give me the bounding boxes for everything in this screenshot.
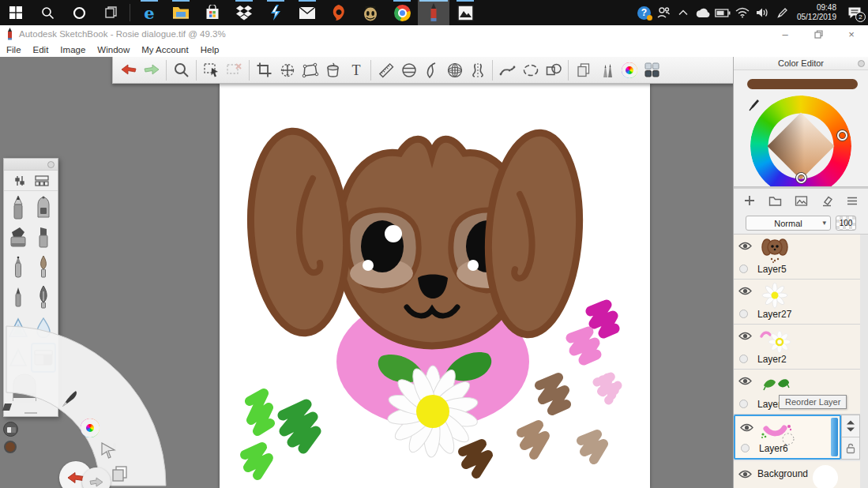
visibility-eye-icon[interactable] bbox=[738, 284, 752, 298]
layer-row-layer5[interactable]: Layer5 bbox=[734, 235, 860, 280]
lagoon-brush-icon[interactable] bbox=[60, 389, 81, 412]
taskbar-app-mail[interactable] bbox=[291, 0, 323, 25]
menu-image[interactable]: Image bbox=[60, 45, 85, 54]
lagoon-layers-icon[interactable] bbox=[111, 464, 130, 486]
tray-pen[interactable] bbox=[772, 0, 792, 25]
add-layer-icon[interactable] bbox=[743, 194, 756, 207]
taskbar-app-flash[interactable] bbox=[260, 0, 291, 25]
layer-row-layer2[interactable]: Layer2 bbox=[734, 325, 860, 370]
taskbar-app-file-explorer[interactable] bbox=[165, 0, 197, 25]
lagoon-color-icon[interactable] bbox=[81, 419, 100, 437]
lagoon-corner-icon[interactable] bbox=[2, 401, 13, 415]
tray-battery[interactable] bbox=[713, 0, 733, 25]
tray-chevron[interactable] bbox=[674, 0, 693, 25]
lagoon-redo-button[interactable] bbox=[82, 467, 111, 488]
undo-button[interactable] bbox=[117, 59, 140, 81]
import-image-icon[interactable] bbox=[795, 195, 808, 207]
hue-selector[interactable] bbox=[837, 130, 847, 141]
eraser-puck[interactable] bbox=[3, 422, 18, 437]
brush-library-button[interactable] bbox=[595, 59, 618, 81]
layer-select-radio[interactable] bbox=[741, 444, 750, 452]
visibility-eye-icon[interactable] bbox=[738, 329, 752, 343]
taskbar-app-origin[interactable] bbox=[323, 0, 355, 25]
visibility-eye-icon[interactable] bbox=[738, 467, 752, 482]
lock-layer-button[interactable] bbox=[842, 437, 859, 459]
task-view-button[interactable] bbox=[95, 0, 126, 25]
minimize-button[interactable]: – bbox=[768, 25, 802, 43]
taskbar-app-store[interactable] bbox=[197, 0, 228, 25]
taskbar-app-chrome[interactable] bbox=[386, 0, 418, 25]
close-button[interactable]: × bbox=[835, 25, 868, 43]
layer-name[interactable]: Layer2 bbox=[757, 354, 787, 365]
color-editor-collapse-icon[interactable] bbox=[858, 60, 865, 67]
taskbar-app-dropbox[interactable] bbox=[228, 0, 260, 25]
saturation-selector[interactable] bbox=[796, 173, 806, 183]
layer-select-radio[interactable] bbox=[739, 355, 748, 363]
french-curve-button[interactable] bbox=[420, 59, 443, 81]
deselect-tool-button[interactable] bbox=[223, 59, 246, 81]
brush-smudge[interactable] bbox=[6, 343, 31, 373]
background-color-circle[interactable] bbox=[813, 465, 838, 488]
current-color-swatch[interactable] bbox=[747, 79, 858, 89]
layer-editor-button[interactable] bbox=[641, 59, 663, 81]
layer-name[interactable]: Layer6 bbox=[759, 443, 788, 454]
layer-row-layer27[interactable]: Layer27 bbox=[734, 280, 860, 325]
taskbar-app-edge[interactable]: e bbox=[133, 0, 165, 25]
tray-volume[interactable] bbox=[753, 0, 772, 25]
reorder-layer-button[interactable] bbox=[842, 415, 859, 437]
restore-button[interactable] bbox=[802, 25, 835, 43]
color-wheel-button[interactable] bbox=[618, 59, 641, 81]
visibility-eye-icon[interactable] bbox=[738, 239, 752, 253]
menu-edit[interactable]: Edit bbox=[33, 45, 49, 54]
distort-tool-button[interactable] bbox=[299, 59, 321, 81]
crop-tool-button[interactable] bbox=[253, 59, 276, 81]
taskbar-app-photos[interactable] bbox=[449, 0, 481, 25]
layer-opacity-field[interactable]: 100 bbox=[836, 216, 856, 231]
lagoon-cursor-icon[interactable] bbox=[100, 441, 117, 462]
ellipse-guide-button[interactable] bbox=[397, 59, 420, 81]
blend-mode-dropdown[interactable]: Normal▾ bbox=[746, 216, 831, 231]
predictive-stroke-button[interactable] bbox=[496, 59, 519, 81]
brush-inkpen[interactable] bbox=[31, 283, 56, 313]
brush-fineliner[interactable] bbox=[6, 283, 31, 313]
layer-row-layer6-selected[interactable]: Layer6 bbox=[734, 415, 860, 461]
color-editor-header[interactable]: Color Editor bbox=[734, 57, 868, 70]
current-color-puck[interactable] bbox=[4, 441, 17, 453]
zoom-tool-button[interactable] bbox=[170, 59, 193, 81]
taskbar-search-button[interactable] bbox=[32, 0, 63, 25]
menu-window[interactable]: Window bbox=[97, 45, 130, 54]
layer-name[interactable]: Background bbox=[757, 468, 808, 479]
layer-row-background[interactable]: Background bbox=[734, 461, 860, 488]
menu-my-account[interactable]: My Account bbox=[141, 45, 188, 54]
menu-file[interactable]: File bbox=[6, 45, 21, 54]
brush-palette-header[interactable] bbox=[4, 159, 58, 171]
color-picker-pen-icon[interactable] bbox=[748, 98, 761, 112]
brush-ballpoint[interactable] bbox=[6, 253, 31, 283]
ellipse-shape-button[interactable] bbox=[519, 59, 542, 81]
redo-button[interactable] bbox=[140, 59, 163, 81]
brush-paintbrush[interactable] bbox=[31, 253, 56, 283]
layers-menu-icon[interactable] bbox=[846, 196, 859, 206]
canvas[interactable] bbox=[220, 84, 650, 488]
copy-paste-button[interactable] bbox=[572, 59, 595, 81]
action-center-button[interactable]: 2 bbox=[841, 0, 868, 25]
tray-help[interactable]: ? bbox=[634, 0, 654, 25]
fill-tool-button[interactable] bbox=[321, 59, 344, 81]
palette-menu-icon[interactable] bbox=[47, 161, 54, 168]
brush-chisel-marker[interactable] bbox=[31, 223, 56, 253]
brush-soft-airbrush[interactable] bbox=[6, 313, 31, 343]
shapes-button[interactable] bbox=[542, 59, 565, 81]
tray-clock[interactable]: 09:48 05/12/2019 bbox=[792, 3, 841, 22]
text-tool-button[interactable]: T bbox=[344, 59, 367, 81]
layer-select-radio[interactable] bbox=[739, 310, 748, 318]
select-tool-button[interactable] bbox=[200, 59, 223, 81]
nudge-tool-button[interactable] bbox=[276, 59, 299, 81]
brush-settings-icon[interactable] bbox=[13, 175, 26, 187]
tray-onedrive[interactable] bbox=[693, 0, 713, 25]
tray-people[interactable] bbox=[654, 0, 674, 25]
tray-wifi[interactable] bbox=[733, 0, 753, 25]
brush-marker[interactable] bbox=[6, 223, 31, 253]
menu-help[interactable]: Help bbox=[201, 45, 220, 54]
brush-pencil[interactable] bbox=[6, 193, 31, 223]
visibility-eye-icon[interactable] bbox=[738, 374, 752, 389]
